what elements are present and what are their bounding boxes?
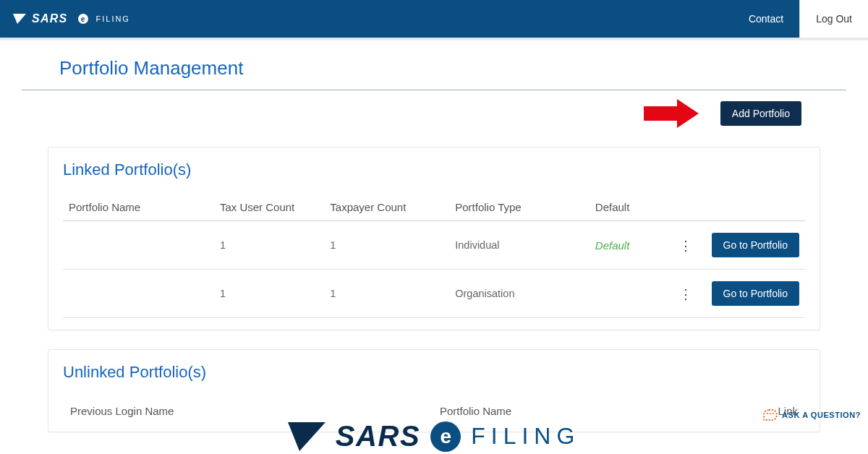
unlinked-portfolios-table: Previous Login Name Portfolio Name Link [63,396,805,420]
footer-brand-logo: SARS e FILING [0,420,868,453]
cell-portfolio-name [63,270,214,318]
add-portfolio-button[interactable]: Add Portfolio [720,101,801,126]
brand-sars-text: SARS [32,12,68,25]
page-title: Portfolio Management [59,57,846,80]
col-previous-login-name: Previous Login Name [64,398,433,419]
col-unlinked-portfolio-name: Portfolio Name [434,398,728,419]
kebab-menu-icon[interactable]: ⋮ [679,239,692,252]
cell-taxpayer-count: 1 [324,270,449,318]
go-to-portfolio-button[interactable]: Go to Portfolio [712,233,800,257]
col-portfolio-type: Portfolio Type [449,194,590,221]
default-tag: Default [595,239,630,252]
top-bar: SARS e FILING Contact Log Out [0,0,868,38]
col-default: Default [590,194,674,221]
table-row: 1 1 Individual Default ⋮ Go to Portfolio [63,221,805,270]
go-to-portfolio-button[interactable]: Go to Portfolio [712,281,800,306]
cell-tax-user-count: 1 [214,270,324,318]
ask-a-question-widget[interactable]: ASK A QUESTION? [763,409,861,421]
brand-filing-text: FILING [96,14,130,23]
brand-logo: SARS e FILING [13,12,130,25]
col-tax-user-count: Tax User Count [214,194,324,221]
table-row: 1 1 Organisation ⋮ Go to Portfolio [63,270,805,318]
footer-sars-text: SARS [336,420,421,453]
sars-triangle-icon [288,422,326,451]
cell-taxpayer-count: 1 [324,221,449,270]
title-divider [22,90,846,90]
ask-label: ASK A QUESTION? [782,411,861,419]
col-taxpayer-count: Taxpayer Count [324,194,449,221]
svg-marker-1 [288,422,326,451]
kebab-menu-icon[interactable]: ⋮ [679,288,692,301]
footer-filing-text: FILING [471,423,580,450]
footer-e-badge: e [430,421,461,452]
logout-button[interactable]: Log Out [799,0,868,38]
cell-portfolio-type: Individual [449,221,590,270]
col-portfolio-name: Portfolio Name [63,194,214,221]
svg-marker-0 [13,14,26,24]
cell-portfolio-type: Organisation [449,270,590,318]
contact-link[interactable]: Contact [733,0,799,38]
brand-e-badge: e [78,14,88,24]
unlinked-panel-title: Unlinked Portfolio(s) [63,363,805,382]
linked-portfolios-panel: Linked Portfolio(s) Portfolio Name Tax U… [48,147,820,330]
callout-arrow-icon [644,99,703,128]
sars-triangle-icon [13,14,26,24]
linked-panel-title: Linked Portfolio(s) [63,160,805,179]
topbar-shadow [0,38,868,40]
chat-bubble-icon [763,409,778,421]
cell-portfolio-name [63,221,214,270]
linked-portfolios-table: Portfolio Name Tax User Count Taxpayer C… [63,194,805,318]
cell-tax-user-count: 1 [214,221,324,270]
